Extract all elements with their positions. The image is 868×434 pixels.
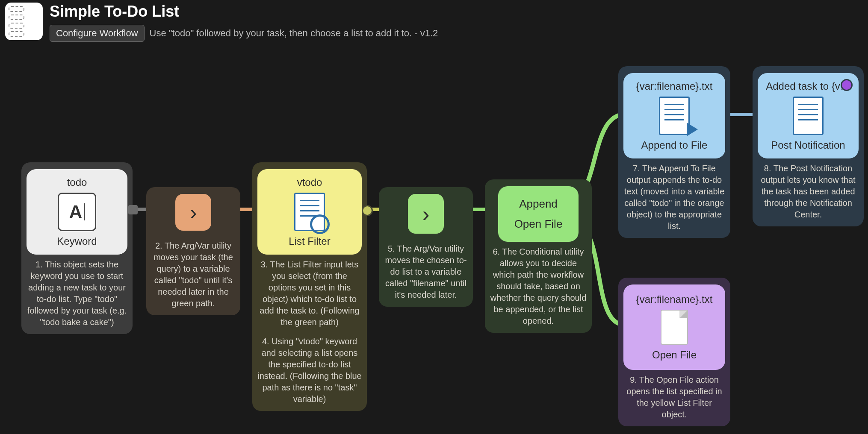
listfilter-title: vtodo — [297, 176, 322, 189]
post-caption: Post Notification — [771, 138, 845, 152]
node-append-to-file[interactable]: {var:filename}.txt Append to File 7. The… — [618, 66, 730, 238]
workflow-header: Simple To-Do List Configure Workflow Use… — [5, 3, 438, 42]
append-note: 7. The Append To File output appends the… — [623, 163, 725, 232]
keyword-note: 1. This object sets the keyword you use … — [27, 259, 127, 328]
node-argvar-1[interactable]: › 2. The Arg/Var utility moves your task… — [146, 187, 240, 315]
open-note: 9. The Open File action opens the list s… — [623, 374, 725, 420]
listfilter-note-3: 3. The List Filter input lets you select… — [257, 259, 362, 328]
list-search-icon — [294, 193, 325, 231]
append-caption: Append to File — [641, 138, 708, 152]
argvar1-tile: › — [175, 194, 211, 231]
conditional-note: 6. The Conditional utility allows you to… — [490, 246, 587, 327]
node-post-notification[interactable]: Added task to {v… Post Notification 8. T… — [753, 66, 864, 226]
open-caption: Open File — [652, 348, 697, 362]
node-open-file[interactable]: {var:filename}.txt Open File 9. The Open… — [618, 278, 730, 426]
node-conditional[interactable]: Append Open File 6. The Conditional util… — [485, 179, 592, 333]
workflow-icon — [5, 3, 43, 40]
workflow-title: Simple To-Do List — [50, 3, 438, 21]
output-port[interactable] — [128, 205, 138, 214]
post-title: Added task to {v… — [766, 79, 850, 93]
chevron-right-icon: › — [422, 198, 430, 229]
listfilter-tile: vtodo List Filter — [257, 169, 362, 255]
argvar1-note: 2. The Arg/Var utility moves your task (… — [151, 240, 235, 309]
notification-icon — [793, 97, 824, 135]
conditional-line-open: Open File — [514, 216, 563, 232]
argvar2-tile: › — [408, 194, 444, 234]
open-title: {var:filename}.txt — [636, 293, 713, 306]
keyword-icon: A — [58, 193, 96, 231]
conditional-line-append: Append — [519, 196, 558, 212]
listfilter-caption: List Filter — [289, 235, 330, 248]
post-tile: Added task to {v… Post Notification — [758, 73, 859, 158]
workflow-canvas: Simple To-Do List Configure Workflow Use… — [0, 0, 868, 434]
append-tile: {var:filename}.txt Append to File — [623, 73, 725, 158]
post-note: 8. The Post Notification output lets you… — [758, 163, 859, 220]
argvar2-note: 5. The Arg/Var utility moves the chosen … — [384, 243, 468, 301]
keyword-title: todo — [67, 176, 87, 189]
append-title: {var:filename}.txt — [636, 79, 713, 93]
open-tile: {var:filename}.txt Open File — [623, 284, 725, 370]
node-argvar-2[interactable]: › 5. The Arg/Var utility moves the chose… — [379, 187, 473, 307]
conditional-tile: Append Open File — [498, 186, 579, 242]
listfilter-note-4: 4. Using "vtodo" keyword and selecting a… — [257, 336, 362, 405]
file-icon — [661, 310, 688, 345]
keyword-caption: Keyword — [57, 235, 97, 248]
keyword-tile: todo A Keyword — [27, 169, 127, 255]
workflow-description: Use "todo" followed by your task, then c… — [150, 28, 438, 39]
notification-badge-icon — [841, 79, 853, 91]
node-keyword[interactable]: todo A Keyword 1. This object sets the k… — [21, 162, 133, 334]
chevron-right-icon: › — [190, 198, 197, 226]
node-list-filter[interactable]: vtodo List Filter 3. The List Filter inp… — [252, 162, 367, 411]
append-file-icon — [659, 97, 690, 135]
output-port[interactable] — [362, 205, 373, 216]
configure-workflow-button[interactable]: Configure Workflow — [50, 25, 145, 42]
